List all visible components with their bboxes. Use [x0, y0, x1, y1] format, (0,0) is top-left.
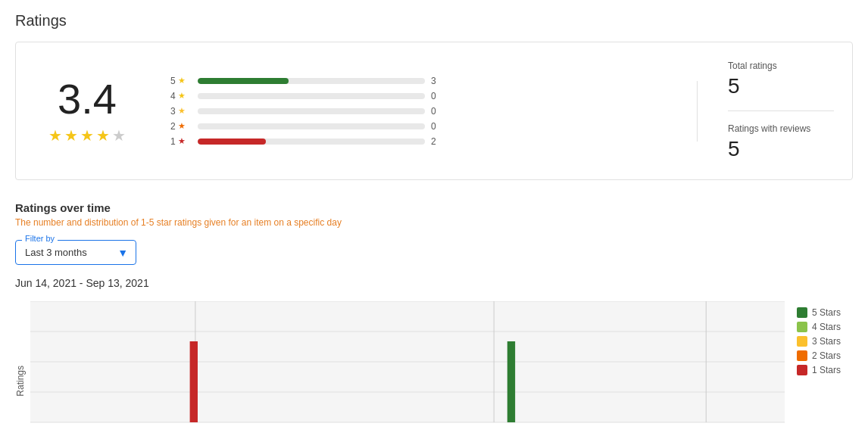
- bar-row-2: 2 ★ 0: [170, 121, 667, 132]
- y-axis-label: Ratings: [15, 366, 30, 397]
- bar-star-3: ★: [178, 106, 186, 116]
- ratings-card: 3.4 ★ ★ ★ ★ ★ 5 ★ 3: [15, 42, 853, 180]
- total-ratings-value: 5: [728, 74, 740, 98]
- chart-inner: Ratings 1.5 1.0 0.5 0.0: [15, 301, 853, 442]
- rating-number: 3.4: [34, 78, 140, 120]
- bar-label-5: 5 ★: [170, 76, 192, 86]
- legend-label-4: 4 Stars: [812, 322, 841, 332]
- star-4: ★: [96, 126, 110, 145]
- filter-dropdown[interactable]: Filter by Last 3 months ▼: [15, 240, 136, 265]
- bar-track-1: [198, 139, 425, 145]
- bar-star-2: ★: [178, 121, 186, 131]
- chart-container: Ratings 1.5 1.0 0.5 0.0: [15, 301, 853, 442]
- star-3: ★: [80, 126, 94, 145]
- legend-4-stars: 4 Stars: [797, 322, 853, 332]
- vertical-divider: [697, 81, 698, 142]
- date-range: Jun 14, 2021 - Sep 13, 2021: [15, 277, 853, 289]
- legend-label-5: 5 Stars: [812, 307, 841, 318]
- legend-3-stars: 3 Stars: [797, 336, 853, 347]
- bar-count-2: 0: [431, 121, 443, 132]
- x-axis-labels: 15 17 19 21 23 25 27 July 2021 5 7 9 11 …: [30, 439, 785, 442]
- chevron-down-icon: ▼: [117, 247, 128, 259]
- bar-track-3: [198, 108, 425, 114]
- legend-label-2: 2 Stars: [812, 350, 841, 361]
- bar-label-3: 3 ★: [170, 106, 192, 117]
- legend-color-5: [797, 307, 807, 318]
- bar-track-5: [198, 78, 425, 84]
- bar-row-3: 3 ★ 0: [170, 106, 667, 117]
- stars-row: ★ ★ ★ ★ ★: [34, 126, 140, 145]
- bar-label-1: 1 ★: [170, 136, 192, 147]
- page-title: Ratings: [15, 12, 853, 30]
- legend-5-stars: 5 Stars: [797, 307, 853, 318]
- bar-label-4: 4 ★: [170, 91, 192, 101]
- bar-section: 5 ★ 3 4 ★ 0: [170, 76, 667, 147]
- bar-fill-1: [198, 139, 266, 145]
- star-2: ★: [64, 126, 78, 145]
- bar-fill-5: [198, 78, 289, 84]
- star-1: ★: [48, 126, 62, 145]
- over-time-subtitle: The number and distribution of 1-5 star …: [15, 217, 853, 228]
- bar-count-5: 3: [431, 76, 443, 86]
- bar-row-1: 1 ★ 2: [170, 136, 667, 147]
- chart-area: 1.5 1.0 0.5 0.0: [30, 301, 785, 442]
- bar-star-1: ★: [178, 136, 186, 146]
- total-ratings-item: Total ratings 5: [728, 61, 834, 98]
- legend-color-4: [797, 322, 807, 332]
- legend-color-3: [797, 336, 807, 347]
- bar-row-4: 4 ★ 0: [170, 91, 667, 101]
- bar-star-5: ★: [178, 76, 186, 86]
- ratings-with-reviews-value: 5: [728, 137, 740, 160]
- totals-section: Total ratings 5 Ratings with reviews 5: [728, 61, 834, 161]
- total-ratings-label: Total ratings: [728, 61, 834, 71]
- legend-color-1: [797, 365, 807, 375]
- legend-2-stars: 2 Stars: [797, 350, 853, 361]
- totals-divider: [728, 110, 834, 111]
- bar-count-4: 0: [431, 91, 443, 101]
- chart-legend: 5 Stars 4 Stars 3 Stars 2 Stars 1 Stars: [785, 301, 853, 375]
- bar-star-4: ★: [178, 91, 186, 101]
- bar-count-1: 2: [431, 136, 443, 147]
- ratings-with-reviews-item: Ratings with reviews 5: [728, 123, 834, 161]
- ratings-with-reviews-label: Ratings with reviews: [728, 123, 834, 134]
- bar-count-3: 0: [431, 106, 443, 117]
- chart-svg: 1.5 1.0 0.5 0.0: [30, 301, 785, 437]
- star-5: ★: [112, 126, 126, 145]
- legend-label-3: 3 Stars: [812, 336, 841, 347]
- legend-label-1: 1 Stars: [812, 365, 841, 375]
- svg-rect-14: [507, 341, 515, 422]
- filter-value: Last 3 months: [25, 247, 87, 258]
- filter-label: Filter by: [22, 234, 58, 243]
- legend-1-stars: 1 Stars: [797, 365, 853, 375]
- svg-rect-13: [190, 341, 198, 422]
- bar-label-2: 2 ★: [170, 121, 192, 132]
- page-container: Ratings 3.4 ★ ★ ★ ★ ★ 5 ★: [0, 0, 868, 442]
- bar-row-5: 5 ★ 3: [170, 76, 667, 86]
- bar-track-4: [198, 93, 425, 99]
- rating-big: 3.4 ★ ★ ★ ★ ★: [34, 78, 140, 145]
- legend-color-2: [797, 350, 807, 361]
- over-time-title: Ratings over time: [15, 201, 853, 214]
- bar-track-2: [198, 123, 425, 129]
